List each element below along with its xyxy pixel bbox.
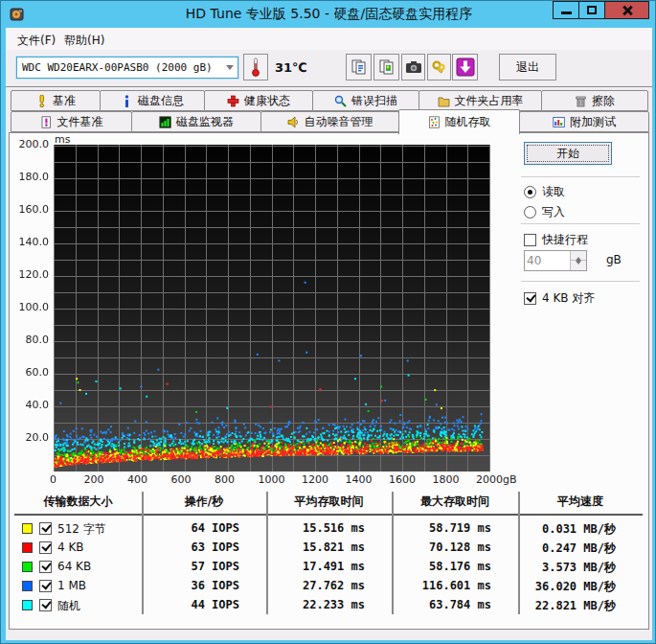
close-button[interactable] [604,1,649,19]
short-stroke-input[interactable] [527,252,567,269]
thermometer-icon [251,58,260,77]
disk-info-icon [121,95,133,107]
write-radio[interactable] [524,206,536,218]
align-4kb-checkbox[interactable] [524,292,536,305]
start-button[interactable]: 开始 [524,142,612,165]
x-tick-label: 1000 [259,473,285,486]
series-label: 随机 [57,598,80,614]
cell-max: 63.784 ms [392,598,491,611]
options-icon [431,59,447,76]
app-window: HD Tune 专业版 5.50 - 硬盘/固态硬盘实用程序 文件(F) 帮助(… [0,0,656,644]
short-stroke-checkbox[interactable] [524,234,536,246]
short-stroke-unit: gB [606,253,622,266]
y-tick-label: 40.0 [12,399,49,411]
tab-label: 附加测试 [570,114,616,130]
cell-avg: 15.516 ms [266,521,365,535]
cell-iops: 44 IOPS [142,598,239,611]
separator [521,223,640,224]
spinner-arrows [570,251,586,270]
series-color-swatch [22,581,33,591]
tab-erase[interactable]: 擦除 [541,90,648,111]
cell-speed: 0.031 MB/秒 [518,521,616,538]
minimize-button[interactable] [553,1,579,19]
tab-health[interactable]: 健康状态 [204,90,313,111]
table-row: 随机44 IOPS22.233 ms63.784 ms22.821 MB/秒 [14,596,643,615]
read-radio-row[interactable]: 读取 [524,184,565,200]
table-header-2: 平均存取时间 [266,494,392,510]
table-header-0: 传输数据大小 [14,494,142,510]
maximize-button[interactable] [578,1,605,19]
arrow-up-icon [576,251,581,261]
exit-button-label: 退出 [516,59,539,76]
copy-text-button[interactable] [346,54,372,80]
x-tick-label: 2000gB [476,473,517,486]
write-radio-label: 写入 [542,204,565,220]
cell-iops: 57 IOPS [142,560,239,573]
tab-error-scan[interactable]: 错误扫描 [312,90,419,111]
aam-icon [287,116,300,128]
copy-image-button[interactable] [373,54,399,80]
random-access-scatter-chart [54,145,490,472]
tab-aam[interactable]: 自动噪音管理 [260,111,399,132]
temperature-button[interactable] [243,54,268,80]
series-color-swatch [22,600,33,610]
minimize-icon [561,12,572,14]
drive-select-value: WDC WD20EARX-00PASB0 (2000 gB) [22,61,213,74]
cell-max: 116.601 ms [392,579,491,592]
tab-disk-info[interactable]: 磁盘信息 [100,90,205,111]
align-row[interactable]: 4 KB 对齐 [524,290,595,307]
start-button-label: 开始 [556,146,579,162]
series-visible-checkbox[interactable] [39,522,52,535]
cell-speed: 0.247 MB/秒 [518,540,616,557]
drive-select[interactable]: WDC WD20EARX-00PASB0 (2000 gB) [16,57,238,79]
erase-icon [575,95,587,107]
exit-button[interactable]: 退出 [499,54,556,80]
tab-extra-tests[interactable]: 附加测试 [519,111,649,132]
write-radio-row[interactable]: 写入 [524,204,565,220]
tab-benchmark[interactable]: 基准 [11,90,101,111]
short-stroke-row[interactable]: 快捷行程 [524,232,588,248]
y-tick-label: 100.0 [12,301,49,313]
options-button[interactable] [427,54,451,80]
close-icon [622,5,633,16]
table-row: 64 KB57 IOPS17.491 ms58.176 ms3.573 MB/秒 [14,558,643,577]
tab-row-2: 文件基准磁盘监视器自动噪音管理随机存取附加测试 [11,111,648,132]
camera-icon [405,60,422,74]
y-tick-label: 120.0 [12,268,49,281]
tab-folder-usage[interactable]: 文件夹占用率 [418,90,542,111]
menu-help[interactable]: 帮助(H) [58,31,110,51]
spinner-down-button[interactable] [571,261,586,270]
series-visible-checkbox[interactable] [39,541,52,554]
tab-label: 自动噪音管理 [305,114,373,130]
arrow-down-icon [576,261,581,270]
spinner-up-button[interactable] [571,251,586,261]
tab-random-access[interactable]: 随机存取 [398,109,520,134]
y-tick-label: 140.0 [12,236,49,248]
tab-row-1: 基准磁盘信息健康状态错误扫描文件夹占用率擦除 [11,90,648,111]
health-icon [227,95,239,107]
tab-label: 文件基准 [57,114,103,130]
table-header-3: 最大存取时间 [392,494,518,510]
series-visible-checkbox[interactable] [39,561,52,573]
series-visible-checkbox[interactable] [39,580,52,592]
cell-max: 70.128 ms [392,540,491,554]
read-radio[interactable] [524,186,536,198]
separator [521,281,640,282]
tab-label: 基准 [53,93,76,109]
screenshot-button[interactable] [401,54,425,80]
table-row: 1 MB36 IOPS27.762 ms116.601 ms36.020 MB/… [14,577,643,596]
cell-max: 58.176 ms [392,560,491,573]
tab-disk-monitor[interactable]: 磁盘监视器 [131,111,261,132]
tab-file-benchmark[interactable]: 文件基准 [11,111,132,132]
series-visible-checkbox[interactable] [39,599,52,611]
y-tick-label: 80.0 [12,334,49,346]
cell-avg: 15.821 ms [266,540,365,554]
toolbar: WDC WD20EARX-00PASB0 (2000 gB) 31℃ [6,50,652,87]
x-tick-label: 1200 [302,473,328,486]
table-header-1: 操作/秒 [142,494,266,510]
menu-file[interactable]: 文件(F) [11,31,61,51]
maximize-icon [587,6,597,14]
save-results-button[interactable] [452,54,478,80]
tab-label: 健康状态 [244,93,290,109]
file-benchmark-icon [40,116,53,128]
